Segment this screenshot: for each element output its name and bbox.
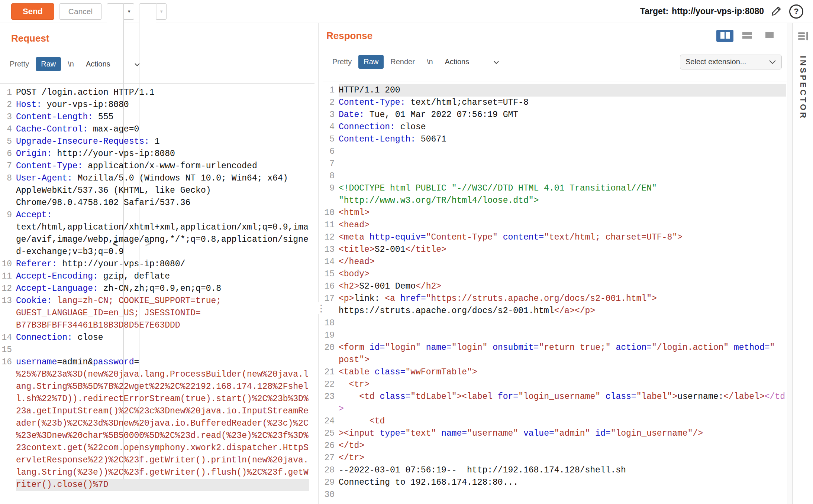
code-text: ><input type="text" name="username" valu… [339,427,786,440]
code-text: POST /login.action HTTP/1.1 [16,87,309,99]
line-number: 4 [0,123,16,136]
response-tab-pretty[interactable]: Pretty [327,55,357,69]
code-line: 6 [323,146,787,158]
line-number: 19 [323,329,339,342]
code-text [339,329,786,342]
select-extension-dropdown[interactable]: Select extension... [680,55,782,69]
code-text: HTTP/1.1 200 [339,84,786,97]
panel-splitter[interactable]: ⋮ [314,23,323,504]
line-number: 4 [323,121,339,133]
line-number: 9 [0,209,16,258]
line-number: 27 [323,452,339,464]
layout-columns-button[interactable] [716,30,733,42]
line-number: 10 [0,258,16,270]
code-line: 24 <td [323,415,787,427]
cancel-button[interactable]: Cancel [59,3,102,20]
line-number: 13 [323,244,339,256]
code-text: Referer: http://your-vps-ip:8080/ [16,258,309,270]
line-number: 21 [323,366,339,378]
line-number: 28 [323,464,339,477]
request-tab-newline[interactable]: \n [62,57,79,71]
line-number: 15 [0,344,16,356]
code-line: 1HTTP/1.1 200 [323,84,787,97]
inspector-label[interactable]: INSPECTOR [798,56,808,120]
code-text: <table class="wwFormTable"> [339,366,786,378]
line-number: 22 [323,378,339,391]
line-number: 30 [323,489,339,501]
columns-layout-icon [719,31,730,40]
target-display: Target: http://your-vps-ip:8080 [640,6,764,16]
edit-target-button[interactable] [769,4,784,19]
select-extension-label: Select extension... [685,58,746,66]
actions-label: Actions [445,58,470,66]
layout-rows-button[interactable] [739,30,756,42]
code-text [339,489,786,501]
code-text: Connecting to 192.168.174.128:80... [339,477,786,489]
code-line: 28--2022-03-01 07:56:19-- http://192.168… [323,464,787,477]
response-tab-newline[interactable]: \n [422,55,438,69]
code-line: 5Upgrade-Insecure-Requests: 1 [0,136,314,148]
request-tab-pretty[interactable]: Pretty [4,57,34,71]
request-title: Request [11,33,49,44]
line-number: 7 [0,160,16,172]
code-line: 10<html> [323,207,787,219]
code-text: Upgrade-Insecure-Requests: 1 [16,136,309,148]
chevron-down-icon [114,51,141,77]
back-history-dropdown[interactable]: ▾ [124,3,134,20]
code-text: Content-Length: 555 [16,111,309,123]
chevron-down-icon [472,49,499,75]
line-number: 14 [0,332,16,344]
code-text: Accept: text/html,application/xhtml+xml,… [16,209,309,258]
target-label: Target: [640,6,668,16]
request-actions-menu[interactable]: Actions [81,49,145,79]
line-number: 2 [323,97,339,109]
layout-single-button[interactable] [761,30,778,42]
line-number: 12 [0,283,16,295]
code-line: 14Connection: close [0,332,314,344]
code-line: 3Date: Tue, 01 Mar 2022 07:56:19 GMT [323,109,787,121]
response-tab-raw[interactable]: Raw [358,55,384,69]
line-number: 24 [323,415,339,427]
line-number: 1 [323,84,339,97]
code-text: <tr> [339,378,786,391]
code-line: 25><input type="text" name="username" va… [323,427,787,440]
back-button-group: < ▾ [107,3,134,20]
help-icon[interactable]: ? [789,4,803,19]
line-number: 5 [323,133,339,146]
inspector-collapse-icon[interactable] [797,31,809,42]
line-number: 13 [0,295,16,332]
forward-history-dropdown[interactable]: ▾ [156,3,167,20]
request-editor[interactable]: 1POST /login.action HTTP/1.12Host: your-… [0,84,314,504]
line-number: 10 [323,207,339,219]
chevron-down-icon [769,58,776,66]
code-line: 14</head> [323,256,787,268]
code-line: 4Cache-Control: max-age=0 [0,123,314,136]
code-line: 18 [323,317,787,329]
request-tab-raw[interactable]: Raw [36,57,61,71]
code-line: 10Referer: http://your-vps-ip:8080/ [0,258,314,270]
line-number: 20 [323,342,339,366]
line-number: 6 [0,148,16,160]
line-number: 11 [0,270,16,283]
code-line: 12Accept-Language: zh-CN,zh;q=0.9,en;q=0… [0,283,314,295]
response-editor[interactable]: 1HTTP/1.1 2002Content-Type: text/html;ch… [323,81,787,504]
line-number: 16 [0,356,16,491]
code-text: Host: your-vps-ip:8080 [16,99,309,111]
code-line: 17<p>link: <a href="https://struts.apach… [323,293,787,317]
code-line: 6Origin: http://your-vps-ip:8080 [0,148,314,160]
code-line: 2Host: your-vps-ip:8080 [0,99,314,111]
code-line: 30 [323,489,787,501]
line-number: 15 [323,268,339,280]
code-text: Accept-Encoding: gzip, deflate [16,270,309,283]
response-actions-menu[interactable]: Actions [440,46,504,77]
send-button[interactable]: Send [11,3,54,20]
forward-button-group: > ▾ [139,3,167,20]
response-tab-render[interactable]: Render [385,55,420,69]
inspector-sidebar[interactable]: INSPECTOR [792,23,813,504]
line-number: 9 [323,182,339,207]
code-line: 5Content-Length: 50671 [323,133,787,146]
splitter-handle-icon[interactable]: ⋮ [316,302,326,314]
code-line: 19 [323,329,787,342]
response-panel-header: Response [323,23,787,46]
response-scrollbar[interactable] [787,23,792,504]
